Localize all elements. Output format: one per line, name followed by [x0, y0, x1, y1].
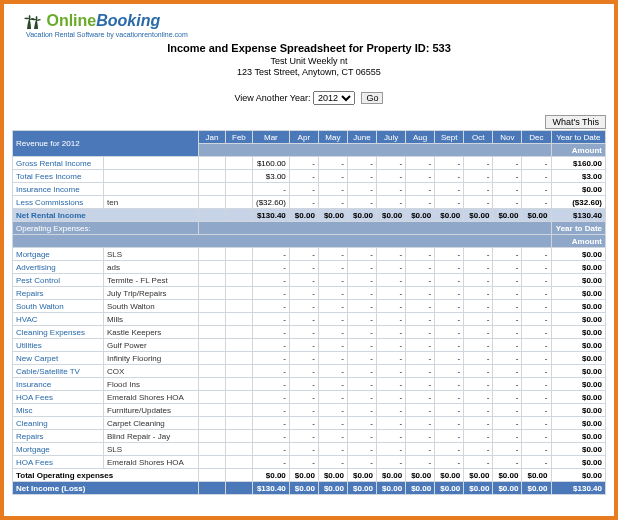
- row-vendor: Gulf Power: [104, 339, 199, 352]
- cell: -: [464, 261, 493, 274]
- cell: -: [318, 287, 347, 300]
- row-label: Cable/Satellite TV: [13, 365, 104, 378]
- net-rental-label: Net Rental Income: [13, 209, 199, 222]
- cell: -: [522, 157, 551, 170]
- cell: -: [318, 352, 347, 365]
- cell: $3.00: [253, 170, 290, 183]
- cell: -: [377, 274, 406, 287]
- cell: -: [493, 391, 522, 404]
- cell: -: [289, 352, 318, 365]
- cell: -: [464, 326, 493, 339]
- cell: [225, 456, 252, 469]
- cell: [225, 404, 252, 417]
- cell: -: [253, 352, 290, 365]
- cell: -: [289, 456, 318, 469]
- cell: -: [406, 365, 435, 378]
- cell: -: [435, 157, 464, 170]
- cell: -: [318, 274, 347, 287]
- cell: -: [464, 365, 493, 378]
- cell: -: [318, 170, 347, 183]
- cell: -: [406, 352, 435, 365]
- cell: -: [377, 391, 406, 404]
- cell: -: [253, 404, 290, 417]
- cell: [199, 157, 226, 170]
- table-row: Cleaning ExpensesKastle Keepers---------…: [13, 326, 606, 339]
- cell: -: [377, 170, 406, 183]
- cell: [225, 157, 252, 170]
- cell: -: [522, 274, 551, 287]
- cell: -: [493, 196, 522, 209]
- cell: -: [406, 287, 435, 300]
- cell: -: [406, 391, 435, 404]
- cell: -: [289, 339, 318, 352]
- cell: -: [347, 391, 376, 404]
- table-row: RepairsJuly Trip/Repairs----------$0.00: [13, 287, 606, 300]
- cell: -: [377, 196, 406, 209]
- table-row: Less Commissionsten($32.60)---------($32…: [13, 196, 606, 209]
- col-dec: Dec: [522, 131, 551, 144]
- col-oct: Oct: [464, 131, 493, 144]
- cell: -: [464, 417, 493, 430]
- amount-header: Amount: [551, 144, 606, 157]
- cell: -: [493, 287, 522, 300]
- ytd-cell: $0.00: [551, 404, 606, 417]
- cell: -: [318, 443, 347, 456]
- row-vendor: Blind Repair - Jay: [104, 430, 199, 443]
- year-select[interactable]: 2012: [313, 91, 355, 105]
- cell: [199, 196, 226, 209]
- revenue-header: Revenue for 2012: [13, 131, 199, 157]
- col-jun: June: [347, 131, 376, 144]
- cell: -: [318, 430, 347, 443]
- row-vendor: COX: [104, 365, 199, 378]
- cell: -: [493, 326, 522, 339]
- cell: -: [435, 274, 464, 287]
- go-button[interactable]: Go: [361, 92, 383, 104]
- cell: [199, 404, 226, 417]
- ytd-cell: $160.00: [551, 157, 606, 170]
- whats-this-button[interactable]: What's This: [545, 115, 606, 129]
- logo-online: Online: [46, 12, 96, 29]
- cell: -: [318, 300, 347, 313]
- table-row: RepairsBlind Repair - Jay----------$0.00: [13, 430, 606, 443]
- row-label: Insurance: [13, 378, 104, 391]
- cell: -: [493, 339, 522, 352]
- cell: -: [289, 183, 318, 196]
- cell: -: [347, 196, 376, 209]
- cell: -: [464, 430, 493, 443]
- ytd-cell: ($32.60): [551, 196, 606, 209]
- cell: -: [522, 300, 551, 313]
- ytd-cell: $0.00: [551, 391, 606, 404]
- table-row: Insurance Income----------$0.00: [13, 183, 606, 196]
- cell: -: [493, 170, 522, 183]
- cell: -: [522, 404, 551, 417]
- row-label: South Walton: [13, 300, 104, 313]
- year-picker: View Another Year: 2012 Go: [12, 91, 606, 105]
- cell: [225, 326, 252, 339]
- cell: -: [435, 339, 464, 352]
- cell: [199, 248, 226, 261]
- cell: -: [377, 287, 406, 300]
- cell: -: [435, 417, 464, 430]
- cell: -: [318, 417, 347, 430]
- cell: [225, 339, 252, 352]
- cell: -: [377, 417, 406, 430]
- cell: -: [347, 443, 376, 456]
- cell: -: [318, 404, 347, 417]
- cell: -: [289, 326, 318, 339]
- row-vendor: Carpet Cleaning: [104, 417, 199, 430]
- cell: -: [289, 378, 318, 391]
- table-row: UtilitiesGulf Power----------$0.00: [13, 339, 606, 352]
- cell: -: [377, 456, 406, 469]
- net-income-row: Net Income (Loss) $130.40 $0.00 $0.00 $0…: [13, 482, 606, 495]
- cell: -: [435, 196, 464, 209]
- opex-amount-row: Amount: [13, 235, 606, 248]
- cell: -: [435, 443, 464, 456]
- total-opex-row: Total Operating expenses $0.00 $0.00 $0.…: [13, 469, 606, 482]
- table-row: Pest ControlTermite - FL Pest----------$…: [13, 274, 606, 287]
- cell: -: [406, 313, 435, 326]
- cell: [225, 170, 252, 183]
- ytd-cell: $0.00: [551, 365, 606, 378]
- cell: -: [253, 261, 290, 274]
- cell: -: [406, 183, 435, 196]
- row-label: Repairs: [13, 430, 104, 443]
